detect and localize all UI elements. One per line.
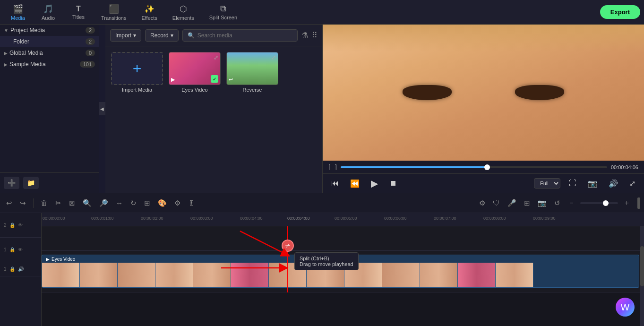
- nav-audio[interactable]: 🎵 Audio: [34, 2, 62, 23]
- nav-splitscreen-label: Split Screen: [209, 15, 237, 20]
- folder-item[interactable]: Folder 2: [0, 36, 99, 47]
- zoom-plus-button[interactable]: ＋: [621, 197, 633, 209]
- nav-audio-label: Audio: [42, 15, 55, 21]
- fit-frame-button[interactable]: ⊞: [142, 197, 153, 209]
- project-media-label: Project Media: [10, 27, 45, 34]
- track-1-lock[interactable]: 🔒: [9, 247, 15, 252]
- transitions-icon: ⬛: [109, 4, 119, 14]
- right-scrollbar[interactable]: [640, 226, 644, 326]
- zoom-minus-button[interactable]: －: [566, 197, 577, 209]
- frame-6: [231, 263, 269, 287]
- zoom-slider[interactable]: [580, 202, 618, 204]
- reverse-item[interactable]: ⤢ ↩ Reverse: [226, 52, 278, 187]
- media-icon: 🎬: [13, 4, 23, 14]
- playhead-line: ▼ ✂: [287, 226, 288, 292]
- ruler-mark-5: 00:00:05:00: [335, 216, 357, 221]
- fit-button[interactable]: ↔: [113, 197, 125, 208]
- mic-button[interactable]: 🎤: [505, 197, 519, 209]
- frame-13: [496, 263, 533, 287]
- global-media-item[interactable]: ▶ Global Media 0: [0, 47, 99, 59]
- repeat-button[interactable]: ↺: [552, 197, 563, 209]
- clip-play-icon: ▶: [46, 257, 50, 262]
- new-folder-button[interactable]: 📁: [23, 177, 39, 189]
- grid-icon[interactable]: ⠿: [312, 31, 318, 40]
- eyes-video-item[interactable]: ⤢ ✓ ▶ Eyes Video: [169, 52, 221, 187]
- record-button[interactable]: Record ▾: [145, 29, 179, 42]
- export-button[interactable]: Export: [600, 5, 640, 19]
- track-audio-lock[interactable]: 🔒: [9, 266, 15, 272]
- camera-tl-button[interactable]: 📷: [535, 197, 549, 209]
- nav-effects[interactable]: ✨ Effects: [135, 2, 163, 23]
- play-button[interactable]: ▶: [368, 177, 381, 190]
- delete-button[interactable]: 🗑: [38, 197, 50, 208]
- nav-splitscreen[interactable]: ⧉ Split Screen: [203, 2, 244, 22]
- timeline-body: 2 🔒 👁 1 🔒 👁 1 🔒 🔊: [0, 213, 644, 326]
- zoom-out-button[interactable]: 🔎: [97, 197, 111, 209]
- nav-elements[interactable]: ⬡ Elements: [166, 2, 201, 23]
- ruler-mark-0: 00:00:00:00: [43, 216, 65, 221]
- cut-button[interactable]: ✂: [53, 197, 64, 209]
- mix-button[interactable]: ⊞: [522, 197, 532, 209]
- shield-button[interactable]: 🛡: [490, 197, 502, 208]
- undo-button[interactable]: ↩: [4, 197, 15, 209]
- track-1-eye[interactable]: 👁: [18, 247, 23, 252]
- audio-icon: 🎵: [43, 4, 53, 14]
- quality-select[interactable]: Full 1/2 1/4: [534, 178, 560, 189]
- search-box[interactable]: 🔍: [182, 29, 298, 42]
- import-media-item[interactable]: + Import Media: [111, 52, 163, 187]
- fullscreen-button[interactable]: ⛶: [566, 178, 579, 189]
- expand-arrow-project: ▼: [4, 28, 9, 33]
- audio-levels-button[interactable]: 🎚: [186, 197, 197, 208]
- record-label: Record: [150, 32, 169, 39]
- track-2-eye[interactable]: 👁: [18, 223, 23, 228]
- frame-2: [80, 263, 118, 287]
- zoom-in-button[interactable]: 🔍: [80, 197, 94, 209]
- crop-button[interactable]: ⊠: [67, 197, 77, 209]
- color-button[interactable]: 🎨: [155, 197, 169, 209]
- ws-logo-icon: W: [621, 302, 630, 313]
- scissors-cursor[interactable]: ✂: [282, 240, 294, 252]
- track-2-lock[interactable]: 🔒: [9, 223, 15, 228]
- sample-media-badge: 101: [80, 61, 95, 68]
- settings-button[interactable]: ⚙: [477, 197, 488, 209]
- folder-label: Folder: [13, 38, 29, 45]
- expand-button[interactable]: ⤢: [627, 178, 638, 189]
- collapse-panel-button[interactable]: ◀: [99, 102, 105, 115]
- ruler-mark-9: 00:00:09:00: [533, 216, 556, 221]
- volume-button[interactable]: 🔊: [606, 178, 621, 189]
- nav-elements-label: Elements: [172, 15, 194, 21]
- mark-out-button[interactable]: ⌉: [335, 163, 337, 171]
- ruler-mark-3: 00:00:03:00: [190, 216, 213, 221]
- add-folder-button[interactable]: ➕: [4, 177, 19, 189]
- import-button[interactable]: Import ▾: [110, 29, 141, 42]
- redo-button[interactable]: ↪: [17, 197, 28, 209]
- progress-bar[interactable]: [341, 166, 607, 168]
- skip-back-button[interactable]: ⏮: [328, 178, 342, 189]
- filter-icon[interactable]: ⚗: [301, 31, 308, 40]
- scissors-icon: ✂: [284, 241, 292, 249]
- wondershare-logo[interactable]: W: [616, 298, 635, 317]
- mark-in-button[interactable]: ⌈: [328, 163, 331, 171]
- reverse-thumb: ⤢ ↩: [226, 52, 278, 85]
- media-panel: Import ▾ Record ▾ 🔍 ⚗ ⠿ +: [105, 25, 323, 193]
- eyes-video-thumb: ⤢ ✓ ▶: [169, 52, 221, 85]
- project-media-item[interactable]: ▼ Project Media 2: [0, 25, 99, 36]
- step-back-button[interactable]: ⏪: [347, 178, 362, 189]
- adjust-button[interactable]: ⚙: [172, 197, 183, 209]
- search-input[interactable]: [197, 32, 292, 39]
- sample-media-item[interactable]: ▶ Sample Media 101: [0, 59, 99, 70]
- track-audio-speaker[interactable]: 🔊: [18, 266, 24, 272]
- time-ruler: 00:00:00:00 00:00:01:00 00:00:02:00 00:0…: [42, 213, 644, 226]
- nav-media[interactable]: 🎬 Media: [4, 2, 32, 23]
- timeline-toolbar: ↩ ↪ 🗑 ✂ ⊠ 🔍 🔎 ↔ ↻ ⊞ 🎨 ⚙ 🎚 ⚙ 🛡 🎤 ⊞ 📷 ↺ －: [0, 193, 644, 213]
- stop-button[interactable]: ⏹: [386, 178, 400, 189]
- reverse-label: Reverse: [243, 87, 262, 93]
- effects-icon: ✨: [144, 4, 155, 14]
- timeline-section: ↩ ↪ 🗑 ✂ ⊠ 🔍 🔎 ↔ ↻ ⊞ 🎨 ⚙ 🎚 ⚙ 🛡 🎤 ⊞ 📷 ↺ －: [0, 193, 644, 326]
- frame-5: [193, 263, 231, 287]
- nav-transitions[interactable]: ⬛ Transitions: [94, 2, 133, 23]
- nav-titles[interactable]: T Titles: [64, 3, 93, 22]
- expand-thumb-icon: ⤢: [214, 54, 218, 61]
- snapshot-button[interactable]: 📷: [585, 178, 600, 189]
- rotate-button[interactable]: ↻: [128, 197, 139, 209]
